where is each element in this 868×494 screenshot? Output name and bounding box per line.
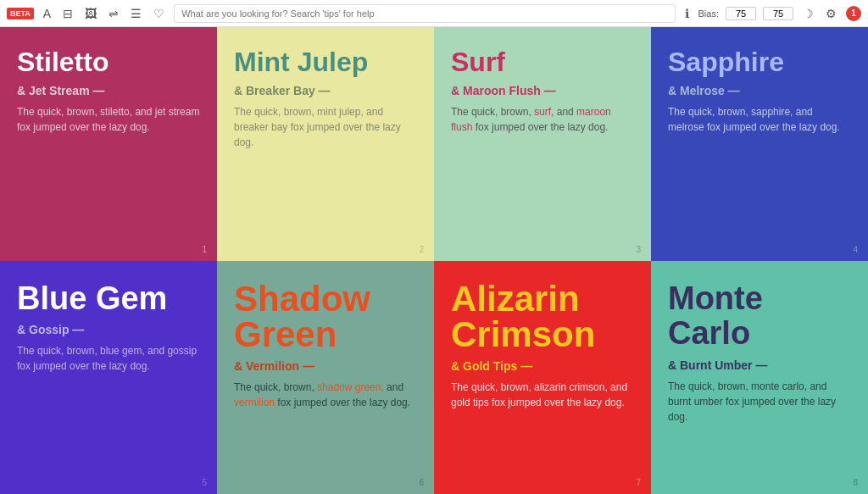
card-title: Stiletto xyxy=(17,47,200,77)
card-number: 5 xyxy=(202,478,207,487)
card-alizarin-crimson[interactable]: AlizarinCrimson & Gold Tips — The quick,… xyxy=(434,261,651,495)
card-number: 6 xyxy=(419,478,424,487)
image-icon[interactable]: 🖼 xyxy=(82,5,99,22)
bias-label: Bias: xyxy=(698,8,719,19)
card-number: 7 xyxy=(636,478,641,487)
card-subtitle: & Jet Stream — xyxy=(17,84,200,97)
highlight-maroon-flush: maroon flush xyxy=(451,106,611,133)
highlight-vermilion: vermilion xyxy=(234,397,275,408)
highlight-surf: surf, xyxy=(534,106,554,118)
moon-icon[interactable]: ☽ xyxy=(800,5,816,22)
card-subtitle: & Breaker Bay — xyxy=(234,84,417,97)
card-number: 3 xyxy=(636,245,641,254)
beta-badge: BETA xyxy=(7,8,34,19)
card-body: The quick, brown, surf, and maroon flush… xyxy=(451,104,634,135)
card-surf[interactable]: Surf & Maroon Flush — The quick, brown, … xyxy=(434,27,651,261)
card-title: Blue Gem xyxy=(17,281,200,317)
heart-icon[interactable]: ♡ xyxy=(151,5,167,22)
card-mint-julep[interactable]: Mint Julep & Breaker Bay — The quick, br… xyxy=(217,27,434,261)
toolbar: BETA A ⊟ 🖼 ⇌ ☰ ♡ ℹ Bias: 75 75 ☽ ⚙ 1 xyxy=(0,0,868,27)
card-subtitle: & Vermilion — xyxy=(234,359,417,373)
info-icon[interactable]: ℹ xyxy=(682,5,692,22)
bias-input-2[interactable]: 75 xyxy=(763,7,793,20)
highlight-shadow-green: shadow green, xyxy=(317,381,384,393)
card-title: ShadowGreen xyxy=(234,281,417,352)
card-number: 4 xyxy=(853,245,858,254)
card-number: 8 xyxy=(853,478,858,487)
card-subtitle: & Gold Tips — xyxy=(451,359,634,373)
compare-icon[interactable]: ⇌ xyxy=(106,5,121,22)
card-blue-gem[interactable]: Blue Gem & Gossip — The quick, brown, bl… xyxy=(0,261,217,495)
card-body: The quick, brown, sapphire, and melrose … xyxy=(668,104,851,135)
card-number: 2 xyxy=(419,245,424,254)
card-stiletto[interactable]: Stiletto & Jet Stream — The quick, brown… xyxy=(0,27,217,261)
color-grid: Stiletto & Jet Stream — The quick, brown… xyxy=(0,27,868,494)
card-subtitle: & Gossip — xyxy=(17,323,200,336)
card-title: Monte Carlo xyxy=(668,281,851,352)
panel-icon[interactable]: ⊟ xyxy=(60,5,75,22)
card-subtitle: & Melrose — xyxy=(668,84,851,97)
card-title: Sapphire xyxy=(668,47,851,77)
card-body: The quick, brown, shadow green, and verm… xyxy=(234,380,417,410)
list-icon[interactable]: ☰ xyxy=(128,5,144,22)
card-body: The quick, brown, blue gem, and gossip f… xyxy=(17,343,200,374)
card-title: Mint Julep xyxy=(234,47,417,77)
card-sapphire[interactable]: Sapphire & Melrose — The quick, brown, s… xyxy=(651,27,868,261)
card-number: 1 xyxy=(202,245,207,254)
card-subtitle: & Burnt Umber — xyxy=(668,358,851,372)
card-body: The quick, brown, mint julep, and breake… xyxy=(234,104,417,150)
font-icon[interactable]: A xyxy=(41,5,53,22)
card-body: The quick, brown, alizarin crimson, and … xyxy=(451,380,634,410)
card-title: AlizarinCrimson xyxy=(451,281,634,352)
card-body: The quick, brown, monte carlo, and burnt… xyxy=(668,379,851,425)
card-subtitle: & Maroon Flush — xyxy=(451,84,634,97)
card-shadow-green[interactable]: ShadowGreen & Vermilion — The quick, bro… xyxy=(217,261,434,495)
card-title: Surf xyxy=(451,47,634,77)
card-monte-carlo[interactable]: Monte Carlo & Burnt Umber — The quick, b… xyxy=(651,261,868,495)
notification-badge[interactable]: 1 xyxy=(846,6,861,21)
search-input[interactable] xyxy=(174,4,675,23)
bias-input-1[interactable]: 75 xyxy=(726,7,756,20)
settings-icon[interactable]: ⚙ xyxy=(823,5,839,22)
card-body: The quick, brown, stiletto, and jet stre… xyxy=(17,104,200,135)
